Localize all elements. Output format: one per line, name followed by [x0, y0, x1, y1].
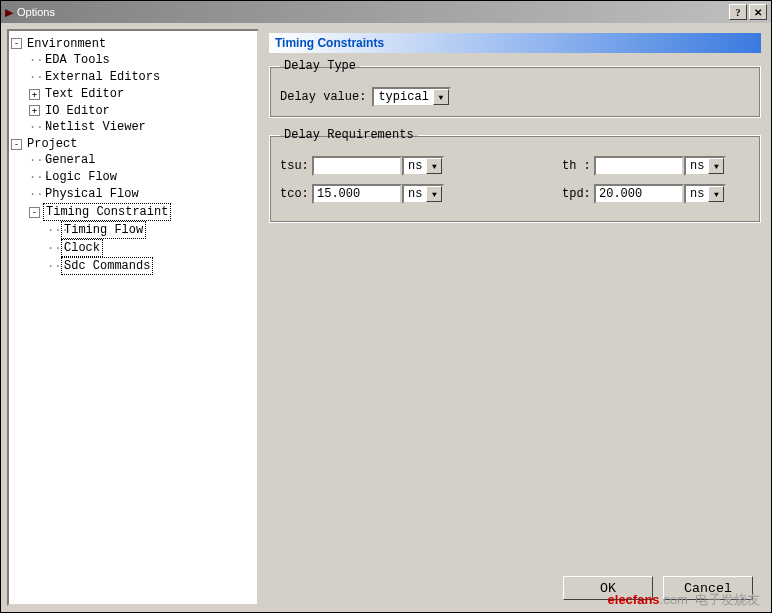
titlebar: ▶ Options ? ✕	[1, 1, 771, 23]
tree-node-text-editor[interactable]: +Text Editor	[29, 86, 126, 102]
tco-input[interactable]	[312, 184, 402, 204]
tpd-unit-select[interactable]: ns ▼	[684, 184, 726, 204]
app-icon: ▶	[5, 6, 13, 19]
panel-heading: Timing Constraints	[269, 33, 761, 53]
dropdown-arrow-icon: ▼	[426, 186, 442, 202]
th-unit-select[interactable]: ns ▼	[684, 156, 726, 176]
watermark: elecfans.com 电子发烧友	[608, 591, 760, 609]
tree-node-timing-flow[interactable]: ···Timing Flow	[47, 221, 146, 239]
tree-node-project[interactable]: - Project	[11, 136, 79, 152]
tsu-unit-select[interactable]: ns ▼	[402, 156, 444, 176]
help-button[interactable]: ?	[729, 4, 747, 20]
options-dialog: ▶ Options ? ✕ - Environment ···EDA Tools	[0, 0, 772, 613]
tree-node-general[interactable]: ···General	[29, 152, 97, 168]
window-title: Options	[17, 6, 729, 18]
tco-unit-select[interactable]: ns ▼	[402, 184, 444, 204]
tpd-input[interactable]	[594, 184, 684, 204]
delay-type-group: Delay Type Delay value: typical ▼	[269, 59, 761, 118]
tsu-label: tsu:	[280, 159, 312, 173]
delay-value-select[interactable]: typical ▼	[372, 87, 450, 107]
dropdown-arrow-icon: ▼	[433, 89, 449, 105]
tree-node-external-editors[interactable]: ···External Editors	[29, 69, 162, 85]
tsu-input[interactable]	[312, 156, 402, 176]
tco-label: tco:	[280, 187, 312, 201]
tree-node-logic-flow[interactable]: ···Logic Flow	[29, 169, 119, 185]
tree-node-physical-flow[interactable]: ···Physical Flow	[29, 186, 141, 202]
tree-node-timing-constraint[interactable]: - Timing Constraint	[29, 203, 171, 221]
collapse-icon[interactable]: -	[29, 207, 40, 218]
tree-node-environment[interactable]: - Environment	[11, 36, 108, 52]
delay-req-legend: Delay Requirements	[280, 128, 418, 142]
tree-node-io-editor[interactable]: +IO Editor	[29, 103, 112, 119]
collapse-icon[interactable]: -	[11, 38, 22, 49]
content-panel: Timing Constraints Delay Type Delay valu…	[265, 29, 765, 606]
category-tree[interactable]: - Environment ···EDA Tools ···External E…	[7, 29, 259, 606]
dropdown-arrow-icon: ▼	[426, 158, 442, 174]
expand-icon[interactable]: +	[29, 105, 40, 116]
th-label: th :	[562, 159, 594, 173]
tpd-label: tpd:	[562, 187, 594, 201]
delay-value-label: Delay value:	[280, 90, 366, 104]
tree-node-clock[interactable]: ···Clock	[47, 239, 103, 257]
expand-icon[interactable]: +	[29, 89, 40, 100]
delay-requirements-group: Delay Requirements tsu: ns ▼ th :	[269, 128, 761, 223]
tree-node-sdc-commands[interactable]: ···Sdc Commands	[47, 257, 153, 275]
tree-node-eda-tools[interactable]: ···EDA Tools	[29, 52, 112, 68]
dropdown-arrow-icon: ▼	[708, 158, 724, 174]
dropdown-arrow-icon: ▼	[708, 186, 724, 202]
collapse-icon[interactable]: -	[11, 139, 22, 150]
tree-node-netlist-viewer[interactable]: ···Netlist Viewer	[29, 119, 148, 135]
th-input[interactable]	[594, 156, 684, 176]
close-button[interactable]: ✕	[749, 4, 767, 20]
delay-type-legend: Delay Type	[280, 59, 360, 73]
